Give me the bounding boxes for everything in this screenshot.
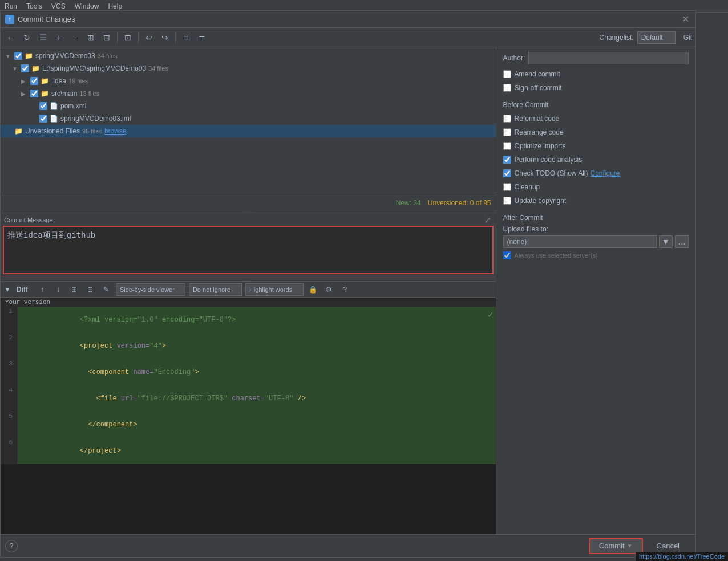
toolbar-sort-btn[interactable]: ≡ xyxy=(179,31,193,44)
diff-line-6: 6 </project> xyxy=(1,438,496,464)
reformat-checkbox[interactable] xyxy=(503,115,511,123)
tree-item-srcmain[interactable]: ▶ 📁 src\main 13 files xyxy=(1,87,496,100)
cleanup-checkbox[interactable] xyxy=(503,183,511,191)
browse-link[interactable]: browse xyxy=(104,127,127,135)
menu-window[interactable]: Window xyxy=(75,2,99,10)
tree-label-pom: pom.xml xyxy=(60,102,86,110)
toolbar-commit-list-btn[interactable]: ☰ xyxy=(36,31,50,44)
amend-commit-checkbox[interactable] xyxy=(503,70,511,78)
toolbar-view-btn[interactable]: ⊡ xyxy=(121,31,135,44)
tree-arrow-root: ▼ xyxy=(5,53,12,59)
check-todo-checkbox[interactable] xyxy=(503,169,511,177)
folder-icon-idea: 📁 xyxy=(41,77,49,85)
line-num-6: 6 xyxy=(1,438,18,464)
menu-run[interactable]: Run xyxy=(5,2,17,10)
reformat-label: Reformat code xyxy=(515,115,560,123)
tree-item-iml[interactable]: ▶ 📄 springMVCDemo03.iml xyxy=(1,112,496,125)
tree-checkbox-pom[interactable] xyxy=(39,102,47,110)
cleanup-row: Cleanup xyxy=(503,181,689,193)
toolbar-add-btn[interactable]: + xyxy=(52,31,66,44)
author-label: Author: xyxy=(503,54,525,62)
perform-analysis-row: Perform code analysis xyxy=(503,153,689,166)
upload-more-button[interactable]: ▼ xyxy=(659,235,673,248)
toolbar-back-btn[interactable]: ← xyxy=(4,31,18,44)
tree-checkbox-idea[interactable] xyxy=(30,77,38,85)
upload-row: (none) ▼ … xyxy=(503,235,689,248)
tree-item-pom[interactable]: ▶ 📄 pom.xml xyxy=(1,100,496,112)
diff-viewer-select[interactable]: Side-by-side viewer xyxy=(116,283,185,296)
diff-line-3: 3 <component name="Encoding"> xyxy=(1,359,496,385)
after-commit-title: After Commit xyxy=(503,214,689,222)
commit-dropdown-arrow[interactable]: ▼ xyxy=(627,543,633,549)
diff-lock-btn[interactable]: 🔒 xyxy=(307,283,319,296)
changelist-dropdown[interactable]: Default xyxy=(637,31,676,44)
configure-link[interactable]: Configure xyxy=(590,169,620,177)
diff-up-btn[interactable]: ↑ xyxy=(36,283,48,296)
tree-checkbox-l1[interactable] xyxy=(21,64,29,72)
diff-help-btn[interactable]: ? xyxy=(339,283,351,296)
commit-button[interactable]: Commit ▼ xyxy=(589,538,643,554)
toolbar-undo-btn[interactable]: ↩ xyxy=(142,31,156,44)
line-content-6: </project> xyxy=(18,438,496,464)
tree-item-root[interactable]: ▼ 📁 springMVCDemo03 34 files xyxy=(1,50,496,62)
toolbar-group2-btn[interactable]: ⊟ xyxy=(100,31,114,44)
tree-arrow-l1: ▼ xyxy=(12,66,19,72)
check-todo-label: Check TODO (Show All) xyxy=(515,169,588,177)
tree-label-root: springMVCDemo03 xyxy=(35,52,95,60)
help-button[interactable]: ? xyxy=(5,540,18,552)
tree-checkbox-root[interactable] xyxy=(14,52,22,60)
diff-checkmark: ✓ xyxy=(488,309,494,320)
diff-edit-btn[interactable]: ✎ xyxy=(100,283,112,296)
diff-line-4: 4 <file url="file://$PROJECT_DIR$" chars… xyxy=(1,385,496,412)
author-input[interactable] xyxy=(528,52,689,64)
toolbar-redo-btn[interactable]: ↪ xyxy=(158,31,172,44)
tree-checkbox-srcmain[interactable] xyxy=(30,90,38,97)
rearrange-checkbox[interactable] xyxy=(503,128,511,136)
commit-label: Commit xyxy=(599,542,625,550)
menu-vcs[interactable]: VCS xyxy=(51,2,66,10)
signoff-checkbox[interactable] xyxy=(503,84,511,92)
diff-copy-btn[interactable]: ⊞ xyxy=(68,283,80,296)
menu-tools[interactable]: Tools xyxy=(26,2,42,10)
file-tree[interactable]: ▼ 📁 springMVCDemo03 34 files ▼ 📁 E:\spri… xyxy=(1,47,496,196)
tree-item-l1[interactable]: ▼ 📁 E:\springMVC\springMVCDemo03 34 file… xyxy=(1,62,496,75)
tree-item-idea[interactable]: ▶ 📁 .idea 19 files xyxy=(1,75,496,87)
rearrange-row: Rearrange code xyxy=(503,126,689,139)
optimize-checkbox[interactable] xyxy=(503,142,511,150)
diff-down-btn[interactable]: ↓ xyxy=(52,283,64,296)
cleanup-label: Cleanup xyxy=(515,183,540,191)
update-copyright-checkbox[interactable] xyxy=(503,197,511,205)
expand-commit-message-btn[interactable]: ⤢ xyxy=(484,216,491,225)
upload-select[interactable]: (none) xyxy=(503,235,657,248)
diff-highlight-select[interactable]: Highlight words xyxy=(245,283,304,296)
diff-line-2: 2 <project version="4"> xyxy=(1,333,496,359)
title-bar: ↑ Commit Changes ✕ xyxy=(1,11,695,28)
file-icon-pom: 📄 xyxy=(50,102,58,110)
commit-diff-drag-handle[interactable]: · · · · · xyxy=(1,209,496,214)
tree-item-unversioned[interactable]: ▶ 📁 Unversioned Files 95 files browse xyxy=(1,125,496,137)
menu-help[interactable]: Help xyxy=(108,2,122,10)
toolbar-refresh-btn[interactable]: ↻ xyxy=(20,31,34,44)
status-unversioned: Unversioned: 0 of 95 xyxy=(428,199,491,207)
upload-options-button[interactable]: … xyxy=(675,235,689,248)
amend-commit-label: Amend commit xyxy=(515,70,560,78)
line-content-1: <?xml version="1.0" encoding="UTF-8"?> xyxy=(18,307,496,333)
always-use-checkbox[interactable] xyxy=(503,251,511,259)
optimize-label: Optimize imports xyxy=(515,142,566,150)
toolbar-remove-btn[interactable]: − xyxy=(68,31,82,44)
tree-checkbox-iml[interactable] xyxy=(39,115,47,123)
commit-message-input[interactable] xyxy=(3,226,494,274)
commit-message-label: Commit Message xyxy=(4,217,53,223)
diff-ignore-select[interactable]: Do not ignore xyxy=(189,283,242,296)
author-row: Author: xyxy=(503,52,689,64)
diff-drag-handle[interactable]: · · · · · xyxy=(1,277,496,281)
diff-settings-btn[interactable]: ⚙ xyxy=(323,283,335,296)
toolbar-sort2-btn[interactable]: ≣ xyxy=(195,31,209,44)
perform-analysis-checkbox[interactable] xyxy=(503,156,511,164)
signoff-label: Sign-off commit xyxy=(515,84,562,92)
diff-open-btn[interactable]: ⊟ xyxy=(84,283,96,296)
toolbar-group-btn[interactable]: ⊞ xyxy=(84,31,98,44)
diff-section: ▼ Diff ↑ ↓ ⊞ ⊟ ✎ Side-by-side viewer Do … xyxy=(1,281,496,557)
close-button[interactable]: ✕ xyxy=(680,14,691,25)
diff-content[interactable]: Your version 1 <?xml version="1.0" encod… xyxy=(1,298,496,557)
